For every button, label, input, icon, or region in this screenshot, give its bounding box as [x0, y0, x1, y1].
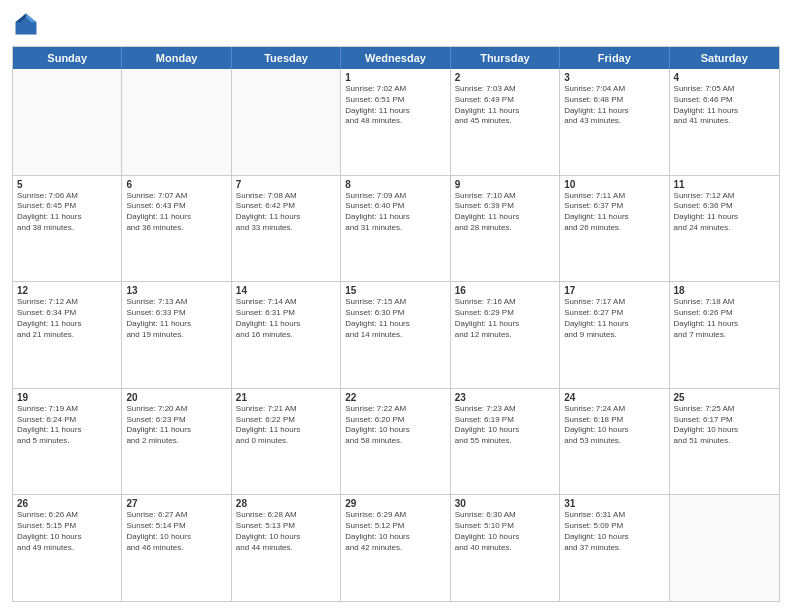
cal-cell-8: 8Sunrise: 7:09 AM Sunset: 6:40 PM Daylig… [341, 176, 450, 282]
day-header-tuesday: Tuesday [232, 47, 341, 69]
cal-cell-6: 6Sunrise: 7:07 AM Sunset: 6:43 PM Daylig… [122, 176, 231, 282]
cell-info-text: Sunrise: 7:07 AM Sunset: 6:43 PM Dayligh… [126, 191, 226, 234]
cell-date-number: 17 [564, 285, 664, 296]
cal-row-4: 19Sunrise: 7:19 AM Sunset: 6:24 PM Dayli… [13, 389, 779, 496]
cell-date-number: 21 [236, 392, 336, 403]
cell-date-number: 9 [455, 179, 555, 190]
cell-date-number: 7 [236, 179, 336, 190]
cal-cell-21: 21Sunrise: 7:21 AM Sunset: 6:22 PM Dayli… [232, 389, 341, 495]
cell-info-text: Sunrise: 6:27 AM Sunset: 5:14 PM Dayligh… [126, 510, 226, 553]
cell-date-number: 26 [17, 498, 117, 509]
cal-cell-29: 29Sunrise: 6:29 AM Sunset: 5:12 PM Dayli… [341, 495, 450, 601]
cal-cell-9: 9Sunrise: 7:10 AM Sunset: 6:39 PM Daylig… [451, 176, 560, 282]
cell-info-text: Sunrise: 7:18 AM Sunset: 6:26 PM Dayligh… [674, 297, 775, 340]
cal-cell-empty [13, 69, 122, 175]
cal-cell-27: 27Sunrise: 6:27 AM Sunset: 5:14 PM Dayli… [122, 495, 231, 601]
cell-date-number: 11 [674, 179, 775, 190]
cell-date-number: 19 [17, 392, 117, 403]
cal-cell-22: 22Sunrise: 7:22 AM Sunset: 6:20 PM Dayli… [341, 389, 450, 495]
cal-cell-empty [232, 69, 341, 175]
cell-date-number: 24 [564, 392, 664, 403]
cal-cell-5: 5Sunrise: 7:06 AM Sunset: 6:45 PM Daylig… [13, 176, 122, 282]
cell-date-number: 2 [455, 72, 555, 83]
cell-date-number: 6 [126, 179, 226, 190]
day-header-wednesday: Wednesday [341, 47, 450, 69]
cal-cell-empty [122, 69, 231, 175]
cell-info-text: Sunrise: 7:02 AM Sunset: 6:51 PM Dayligh… [345, 84, 445, 127]
cal-cell-empty [670, 495, 779, 601]
cell-info-text: Sunrise: 7:13 AM Sunset: 6:33 PM Dayligh… [126, 297, 226, 340]
cal-cell-13: 13Sunrise: 7:13 AM Sunset: 6:33 PM Dayli… [122, 282, 231, 388]
cell-date-number: 1 [345, 72, 445, 83]
page: SundayMondayTuesdayWednesdayThursdayFrid… [0, 0, 792, 612]
cal-cell-1: 1Sunrise: 7:02 AM Sunset: 6:51 PM Daylig… [341, 69, 450, 175]
cell-info-text: Sunrise: 7:16 AM Sunset: 6:29 PM Dayligh… [455, 297, 555, 340]
cell-date-number: 29 [345, 498, 445, 509]
cell-info-text: Sunrise: 7:21 AM Sunset: 6:22 PM Dayligh… [236, 404, 336, 447]
cal-cell-16: 16Sunrise: 7:16 AM Sunset: 6:29 PM Dayli… [451, 282, 560, 388]
cell-info-text: Sunrise: 6:31 AM Sunset: 5:09 PM Dayligh… [564, 510, 664, 553]
cell-info-text: Sunrise: 6:28 AM Sunset: 5:13 PM Dayligh… [236, 510, 336, 553]
cal-cell-17: 17Sunrise: 7:17 AM Sunset: 6:27 PM Dayli… [560, 282, 669, 388]
cell-info-text: Sunrise: 7:12 AM Sunset: 6:36 PM Dayligh… [674, 191, 775, 234]
cal-cell-14: 14Sunrise: 7:14 AM Sunset: 6:31 PM Dayli… [232, 282, 341, 388]
cell-info-text: Sunrise: 7:15 AM Sunset: 6:30 PM Dayligh… [345, 297, 445, 340]
cell-info-text: Sunrise: 7:25 AM Sunset: 6:17 PM Dayligh… [674, 404, 775, 447]
day-header-sunday: Sunday [13, 47, 122, 69]
cell-date-number: 28 [236, 498, 336, 509]
cell-info-text: Sunrise: 7:04 AM Sunset: 6:48 PM Dayligh… [564, 84, 664, 127]
cell-info-text: Sunrise: 7:20 AM Sunset: 6:23 PM Dayligh… [126, 404, 226, 447]
cal-cell-4: 4Sunrise: 7:05 AM Sunset: 6:46 PM Daylig… [670, 69, 779, 175]
cell-date-number: 25 [674, 392, 775, 403]
cell-date-number: 4 [674, 72, 775, 83]
cell-info-text: Sunrise: 7:11 AM Sunset: 6:37 PM Dayligh… [564, 191, 664, 234]
cell-info-text: Sunrise: 7:23 AM Sunset: 6:19 PM Dayligh… [455, 404, 555, 447]
cal-cell-31: 31Sunrise: 6:31 AM Sunset: 5:09 PM Dayli… [560, 495, 669, 601]
cal-row-1: 1Sunrise: 7:02 AM Sunset: 6:51 PM Daylig… [13, 69, 779, 176]
day-header-saturday: Saturday [670, 47, 779, 69]
cell-info-text: Sunrise: 7:14 AM Sunset: 6:31 PM Dayligh… [236, 297, 336, 340]
cell-date-number: 3 [564, 72, 664, 83]
calendar: SundayMondayTuesdayWednesdayThursdayFrid… [12, 46, 780, 602]
day-header-monday: Monday [122, 47, 231, 69]
cell-date-number: 20 [126, 392, 226, 403]
cell-date-number: 27 [126, 498, 226, 509]
cell-date-number: 10 [564, 179, 664, 190]
day-header-thursday: Thursday [451, 47, 560, 69]
logo-icon [12, 10, 40, 38]
cell-info-text: Sunrise: 7:08 AM Sunset: 6:42 PM Dayligh… [236, 191, 336, 234]
day-header-friday: Friday [560, 47, 669, 69]
cell-date-number: 30 [455, 498, 555, 509]
logo [12, 10, 44, 38]
cal-cell-15: 15Sunrise: 7:15 AM Sunset: 6:30 PM Dayli… [341, 282, 450, 388]
cell-date-number: 5 [17, 179, 117, 190]
cal-cell-11: 11Sunrise: 7:12 AM Sunset: 6:36 PM Dayli… [670, 176, 779, 282]
cell-date-number: 16 [455, 285, 555, 296]
cell-info-text: Sunrise: 7:06 AM Sunset: 6:45 PM Dayligh… [17, 191, 117, 234]
cell-date-number: 23 [455, 392, 555, 403]
calendar-body: 1Sunrise: 7:02 AM Sunset: 6:51 PM Daylig… [13, 69, 779, 601]
cell-info-text: Sunrise: 6:29 AM Sunset: 5:12 PM Dayligh… [345, 510, 445, 553]
cal-cell-25: 25Sunrise: 7:25 AM Sunset: 6:17 PM Dayli… [670, 389, 779, 495]
cal-cell-12: 12Sunrise: 7:12 AM Sunset: 6:34 PM Dayli… [13, 282, 122, 388]
cell-info-text: Sunrise: 7:12 AM Sunset: 6:34 PM Dayligh… [17, 297, 117, 340]
cal-cell-3: 3Sunrise: 7:04 AM Sunset: 6:48 PM Daylig… [560, 69, 669, 175]
cell-date-number: 18 [674, 285, 775, 296]
cal-cell-7: 7Sunrise: 7:08 AM Sunset: 6:42 PM Daylig… [232, 176, 341, 282]
cal-cell-10: 10Sunrise: 7:11 AM Sunset: 6:37 PM Dayli… [560, 176, 669, 282]
cal-cell-23: 23Sunrise: 7:23 AM Sunset: 6:19 PM Dayli… [451, 389, 560, 495]
cell-date-number: 22 [345, 392, 445, 403]
cell-date-number: 15 [345, 285, 445, 296]
cell-info-text: Sunrise: 7:24 AM Sunset: 6:18 PM Dayligh… [564, 404, 664, 447]
cal-cell-24: 24Sunrise: 7:24 AM Sunset: 6:18 PM Dayli… [560, 389, 669, 495]
cal-cell-2: 2Sunrise: 7:03 AM Sunset: 6:49 PM Daylig… [451, 69, 560, 175]
cell-info-text: Sunrise: 7:03 AM Sunset: 6:49 PM Dayligh… [455, 84, 555, 127]
cell-info-text: Sunrise: 7:10 AM Sunset: 6:39 PM Dayligh… [455, 191, 555, 234]
day-headers: SundayMondayTuesdayWednesdayThursdayFrid… [13, 47, 779, 69]
cell-date-number: 8 [345, 179, 445, 190]
cal-row-5: 26Sunrise: 6:26 AM Sunset: 5:15 PM Dayli… [13, 495, 779, 601]
cell-info-text: Sunrise: 7:19 AM Sunset: 6:24 PM Dayligh… [17, 404, 117, 447]
cal-cell-20: 20Sunrise: 7:20 AM Sunset: 6:23 PM Dayli… [122, 389, 231, 495]
cal-cell-18: 18Sunrise: 7:18 AM Sunset: 6:26 PM Dayli… [670, 282, 779, 388]
cell-date-number: 31 [564, 498, 664, 509]
